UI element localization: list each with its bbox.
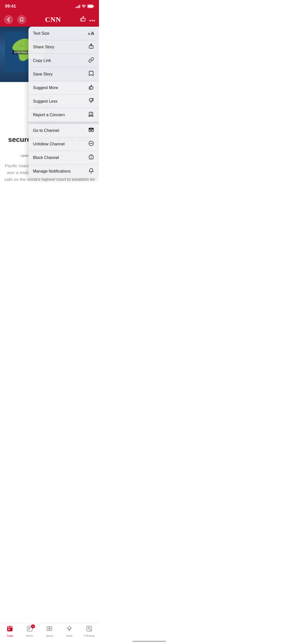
svg-rect-10 <box>92 98 93 101</box>
menu-divider <box>28 122 99 124</box>
copy-link-icon <box>88 57 94 64</box>
report-icon <box>88 111 94 118</box>
cnn-logo: CNN <box>45 16 61 24</box>
thumbs-up-icon <box>88 84 94 91</box>
copy-link-label: Copy Link <box>33 58 51 63</box>
share-icon <box>88 44 94 50</box>
block-icon <box>88 154 94 161</box>
svg-rect-1 <box>93 6 94 7</box>
thumbs-up-button[interactable] <box>80 16 86 24</box>
suggest-more-label: Suggest More <box>33 86 58 90</box>
menu-item-save-story[interactable]: Save Story <box>28 67 99 81</box>
save-story-label: Save Story <box>33 72 53 76</box>
menu-item-block-channel[interactable]: Block Channel <box>28 151 99 165</box>
status-time: 09:41 <box>5 4 16 9</box>
app-header: CNN <box>0 13 99 27</box>
menu-item-suggest-more[interactable]: Suggest More <box>28 81 99 95</box>
channel-icon <box>88 127 94 134</box>
save-icon <box>88 71 94 77</box>
menu-item-suggest-less[interactable]: Suggest Less <box>28 95 99 108</box>
menu-item-report-concern[interactable]: Report a Concern <box>28 108 99 122</box>
svg-rect-11 <box>89 112 93 115</box>
context-menu: Text Size AA Share Story Copy Link Save … <box>28 27 99 178</box>
block-channel-label: Block Channel <box>33 155 59 160</box>
bookmark-button[interactable] <box>17 15 26 24</box>
unfollow-label: Unfollow Channel <box>33 142 64 146</box>
back-button[interactable] <box>4 15 13 24</box>
status-bar: 09:41 <box>0 0 99 13</box>
menu-item-unfollow-channel[interactable]: Unfollow Channel <box>28 137 99 151</box>
status-icons <box>76 5 94 8</box>
go-to-channel-label: Go to Channel <box>33 128 59 133</box>
share-story-label: Share Story <box>33 45 54 49</box>
signal-icon <box>76 5 80 8</box>
more-button[interactable] <box>89 16 95 23</box>
header-right <box>80 16 95 24</box>
text-size-label: Text Size <box>33 31 49 36</box>
svg-rect-3 <box>81 18 82 21</box>
suggest-less-label: Suggest Less <box>33 99 57 104</box>
manage-notifications-label: Manage Notifications <box>33 169 71 174</box>
header-left <box>4 15 26 24</box>
menu-item-text-size[interactable]: Text Size AA <box>28 27 99 40</box>
unfollow-icon <box>88 141 94 147</box>
svg-point-5 <box>91 20 93 21</box>
menu-item-share-story[interactable]: Share Story <box>28 40 99 54</box>
text-size-icon: AA <box>88 31 94 36</box>
menu-item-manage-notifications[interactable]: Manage Notifications <box>28 165 99 178</box>
menu-item-go-to-channel[interactable]: Go to Channel <box>28 124 99 137</box>
battery-icon <box>87 5 94 8</box>
svg-rect-9 <box>89 87 90 89</box>
wifi-icon <box>82 5 86 8</box>
report-concern-label: Report a Concern <box>33 113 65 117</box>
svg-rect-2 <box>88 5 93 8</box>
menu-item-copy-link[interactable]: Copy Link <box>28 54 99 67</box>
svg-point-4 <box>89 20 91 21</box>
svg-point-6 <box>93 20 95 21</box>
bell-icon <box>88 168 94 175</box>
thumbs-down-icon <box>88 98 94 105</box>
